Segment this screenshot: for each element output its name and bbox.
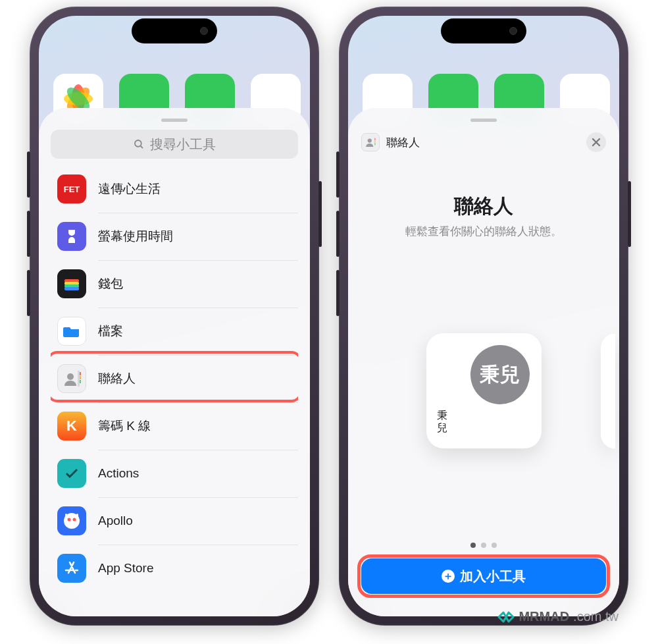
fet-icon-text: FET (64, 185, 80, 194)
dynamic-island (132, 18, 217, 43)
svg-rect-14 (80, 380, 81, 383)
svg-rect-11 (78, 371, 80, 387)
watermark: MRMAD.com.tw (497, 609, 619, 624)
k-line-icon: K (57, 412, 86, 441)
widget-preview-carousel[interactable]: 秉兒 秉兒 (357, 239, 610, 543)
widget-row-fet[interactable]: FET 遠傳心生活 (51, 165, 298, 213)
add-widget-button[interactable]: ＋ 加入小工具 (361, 558, 606, 594)
widget-row-apollo[interactable]: Apollo (51, 497, 298, 545)
watermark-domain: .com.tw (573, 609, 619, 624)
widget-row-files[interactable]: 檔案 (51, 308, 298, 355)
detail-title: 聯絡人 (454, 193, 513, 220)
widget-row-label: 檔案 (98, 323, 123, 340)
widget-row-label: 籌碼 K 線 (98, 417, 151, 435)
watermark-logo-icon (497, 610, 515, 624)
widget-detail-sheet: 聯絡人 聯絡人 輕鬆查看你關心的聯絡人狀態。 秉兒 秉兒 (348, 108, 619, 616)
widget-row-label: 螢幕使用時間 (98, 228, 173, 245)
actions-icon (57, 459, 86, 488)
screen-right: 聯絡人 聯絡人 輕鬆查看你關心的聯絡人狀態。 秉兒 秉兒 (348, 16, 619, 616)
widget-row-label: 錢包 (98, 275, 123, 292)
widget-row-app-store[interactable]: App Store (51, 545, 298, 592)
svg-rect-13 (80, 376, 81, 379)
contacts-icon (361, 133, 380, 151)
plus-icon: ＋ (442, 570, 455, 583)
widget-search-field[interactable]: 搜尋小工具 (51, 130, 298, 159)
svg-point-15 (67, 373, 74, 380)
svg-line-6 (140, 146, 143, 148)
wallet-icon (57, 269, 86, 298)
search-placeholder: 搜尋小工具 (150, 136, 216, 153)
files-icon (57, 317, 86, 346)
watermark-brand: MRMAD (519, 609, 569, 624)
widget-row-screen-time[interactable]: 螢幕使用時間 (51, 213, 298, 260)
page-dot (492, 543, 497, 548)
widget-row-label: App Store (98, 561, 154, 576)
contact-name: 秉兒 (437, 409, 449, 434)
svg-point-18 (73, 518, 76, 522)
svg-rect-23 (374, 141, 375, 143)
screen-time-icon (57, 222, 86, 251)
app-store-icon (57, 554, 86, 583)
widget-preview-small: 秉兒 秉兒 (426, 333, 542, 448)
page-dot (470, 543, 476, 548)
detail-subtitle: 輕鬆查看你關心的聯絡人狀態。 (405, 224, 562, 239)
svg-rect-10 (64, 287, 79, 290)
svg-rect-24 (374, 143, 375, 145)
screen-left: 搜尋小工具 FET 遠傳心生活 螢幕使用時間 (39, 16, 310, 616)
widget-row-wallet[interactable]: 錢包 (51, 260, 298, 308)
close-icon (592, 138, 601, 147)
page-indicator[interactable] (470, 543, 497, 548)
phone-frame-left: 搜尋小工具 FET 遠傳心生活 螢幕使用時間 (30, 7, 319, 626)
widget-row-k-line[interactable]: K 籌碼 K 線 (51, 402, 298, 450)
widget-row-actions[interactable]: Actions (51, 450, 298, 497)
svg-rect-12 (80, 372, 81, 375)
widget-gallery-sheet: 搜尋小工具 FET 遠傳心生活 螢幕使用時間 (39, 108, 310, 616)
svg-rect-22 (374, 138, 375, 140)
widget-row-label: 聯絡人 (98, 370, 136, 387)
search-icon (133, 138, 145, 150)
svg-point-21 (368, 138, 372, 142)
sheet-grabber[interactable] (161, 119, 188, 122)
widget-row-label: Apollo (98, 514, 133, 528)
dynamic-island (441, 18, 526, 43)
svg-rect-19 (65, 514, 67, 519)
widget-row-label: Actions (98, 466, 139, 481)
fet-icon: FET (57, 174, 86, 203)
widget-app-list[interactable]: FET 遠傳心生活 螢幕使用時間 錢包 (51, 165, 298, 616)
phone-frame-right: 聯絡人 聯絡人 輕鬆查看你關心的聯絡人狀態。 秉兒 秉兒 (339, 7, 628, 626)
widget-row-label: 遠傳心生活 (98, 180, 161, 198)
svg-rect-20 (76, 514, 78, 519)
sheet-grabber[interactable] (470, 119, 497, 122)
page-dot (481, 543, 486, 548)
next-widget-peek (601, 333, 615, 448)
apollo-icon (57, 506, 86, 535)
contacts-icon (57, 364, 86, 393)
svg-point-17 (68, 518, 71, 522)
detail-body: 聯絡人 輕鬆查看你關心的聯絡人狀態。 秉兒 秉兒 (357, 156, 610, 558)
detail-header-label: 聯絡人 (386, 135, 420, 150)
contact-name-text: 秉兒 (437, 409, 449, 434)
contact-avatar: 秉兒 (470, 345, 530, 404)
add-widget-label: 加入小工具 (460, 568, 526, 585)
detail-header: 聯絡人 (357, 130, 610, 156)
svg-point-5 (135, 140, 141, 147)
close-button[interactable] (586, 132, 606, 152)
widget-row-contacts[interactable]: 聯絡人 (51, 355, 298, 402)
